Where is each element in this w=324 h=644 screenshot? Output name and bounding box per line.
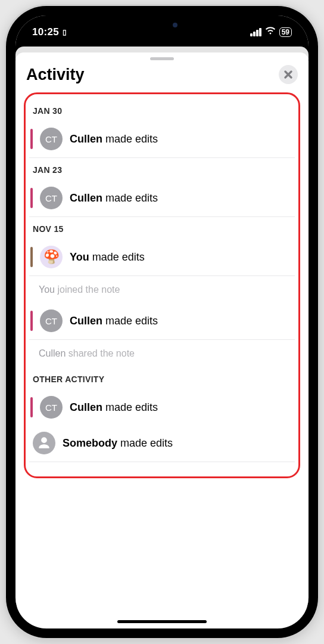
section-header: OTHER ACTIVITY — [29, 367, 295, 390]
edit-indicator-bar — [30, 129, 33, 149]
wifi-icon — [265, 27, 276, 38]
activity-text: Cullen made edits — [70, 133, 158, 145]
section-header: JAN 30 — [29, 99, 295, 122]
avatar: CT — [40, 396, 63, 419]
activity-list-highlight: JAN 30 CT Cullen made edits JAN 23 CT — [24, 92, 300, 478]
activity-text: Somebody made edits — [63, 437, 173, 450]
cellular-signal-icon — [250, 28, 261, 36]
edit-indicator-bar — [30, 247, 33, 267]
avatar: CT — [40, 309, 63, 332]
activity-text: Cullen made edits — [70, 192, 158, 205]
sheet-title: Activity — [26, 66, 85, 84]
avatar: CT — [40, 187, 63, 209]
activity-row[interactable]: Somebody made edits — [29, 426, 295, 462]
activity-text: Cullen made edits — [70, 315, 158, 327]
person-icon — [36, 435, 52, 451]
close-icon — [284, 70, 292, 79]
phone-screen: 10:25 ▯ 59 Activity — [15, 16, 309, 628]
section-header: NOV 15 — [29, 217, 295, 240]
activity-row[interactable]: 🍄 You made edits — [29, 240, 295, 276]
activity-text: You made edits — [70, 251, 145, 264]
activity-row[interactable]: CT Cullen made edits — [29, 122, 295, 158]
edit-indicator-bar — [30, 311, 33, 331]
battery-indicator: 59 — [279, 27, 292, 37]
home-indicator[interactable] — [117, 620, 207, 623]
activity-meta: Cullen shared the note — [29, 340, 295, 367]
avatar: 🍄 — [40, 246, 63, 268]
edit-indicator-bar — [30, 397, 33, 417]
sim-icon: ▯ — [63, 28, 67, 36]
activity-row[interactable]: CT Cullen made edits — [29, 304, 295, 340]
avatar: CT — [40, 128, 63, 150]
activity-row[interactable]: CT Cullen made edits — [29, 181, 295, 217]
activity-meta: You joined the note — [29, 276, 295, 304]
notch — [99, 16, 225, 35]
close-button[interactable] — [279, 65, 298, 84]
activity-text: Cullen made edits — [70, 401, 158, 414]
activity-row[interactable]: CT Cullen made edits — [29, 390, 295, 426]
status-time: 10:25 — [32, 26, 59, 38]
phone-frame: 10:25 ▯ 59 Activity — [6, 6, 318, 638]
avatar — [33, 432, 55, 454]
sheet-grabber[interactable] — [150, 57, 174, 60]
edit-indicator-bar — [30, 188, 33, 208]
section-header: JAN 23 — [29, 158, 295, 181]
activity-sheet: Activity JAN 30 CT Cullen made edits — [15, 52, 309, 628]
